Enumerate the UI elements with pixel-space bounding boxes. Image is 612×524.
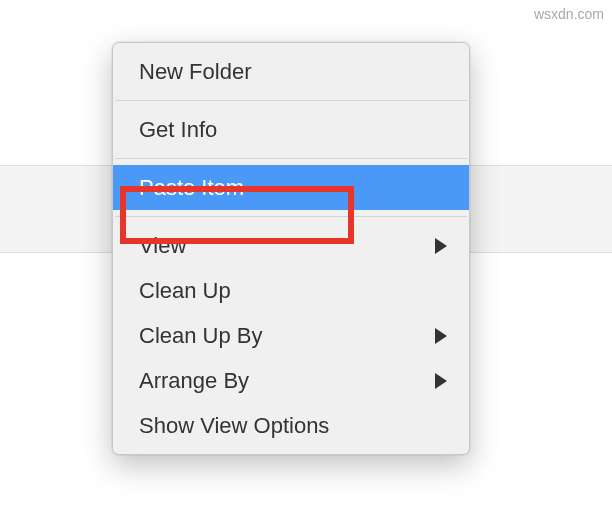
menu-item-get-info[interactable]: Get Info (113, 107, 469, 152)
menu-item-view[interactable]: View (113, 223, 469, 268)
menu-item-paste-item[interactable]: Paste Item (113, 165, 469, 210)
menu-item-clean-up-by[interactable]: Clean Up By (113, 313, 469, 358)
menu-item-arrange-by[interactable]: Arrange By (113, 358, 469, 403)
menu-item-new-folder[interactable]: New Folder (113, 49, 469, 94)
submenu-arrow-icon (435, 328, 447, 344)
menu-item-label: Paste Item (139, 175, 244, 200)
menu-item-label: Arrange By (139, 368, 249, 393)
menu-separator (115, 216, 467, 217)
menu-separator (115, 158, 467, 159)
menu-item-clean-up[interactable]: Clean Up (113, 268, 469, 313)
menu-item-label: Get Info (139, 117, 217, 142)
menu-item-label: View (139, 233, 186, 258)
menu-item-label: Clean Up By (139, 323, 263, 348)
menu-separator (115, 100, 467, 101)
context-menu: New Folder Get Info Paste Item View Clea… (112, 42, 470, 455)
menu-item-label: Clean Up (139, 278, 231, 303)
submenu-arrow-icon (435, 373, 447, 389)
menu-item-show-view-options[interactable]: Show View Options (113, 403, 469, 448)
menu-item-label: Show View Options (139, 413, 329, 438)
menu-item-label: New Folder (139, 59, 251, 84)
submenu-arrow-icon (435, 238, 447, 254)
watermark-text: wsxdn.com (534, 6, 604, 22)
